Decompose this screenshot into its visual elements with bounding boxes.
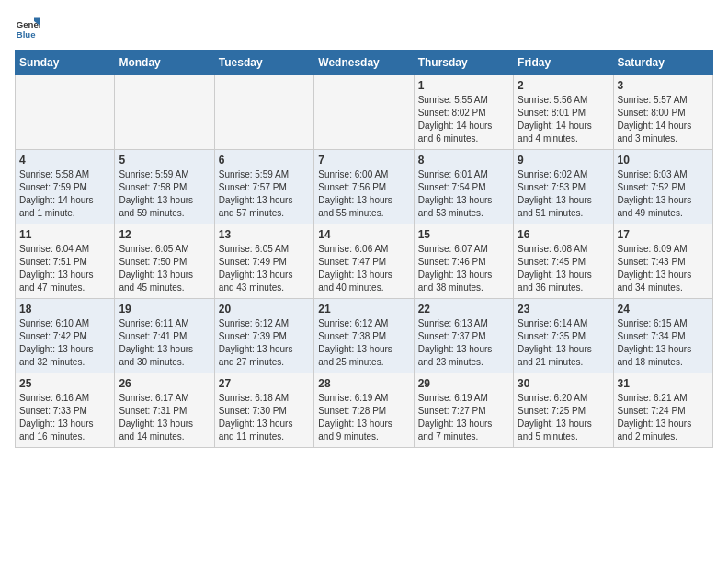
- day-number: 22: [418, 303, 509, 316]
- day-info: Sunrise: 6:04 AM Sunset: 7:51 PM Dayligh…: [19, 243, 110, 294]
- logo: General Blue: [15, 15, 40, 40]
- day-cell: 30Sunrise: 6:20 AM Sunset: 7:25 PM Dayli…: [514, 373, 613, 448]
- day-info: Sunrise: 6:15 AM Sunset: 7:34 PM Dayligh…: [618, 317, 709, 369]
- day-cell: 26Sunrise: 6:17 AM Sunset: 7:31 PM Dayli…: [115, 373, 214, 448]
- day-info: Sunrise: 6:06 AM Sunset: 7:47 PM Dayligh…: [318, 243, 409, 294]
- day-info: Sunrise: 6:10 AM Sunset: 7:42 PM Dayligh…: [19, 317, 110, 369]
- svg-text:Blue: Blue: [17, 29, 36, 40]
- day-info: Sunrise: 6:19 AM Sunset: 7:28 PM Dayligh…: [318, 392, 409, 443]
- day-info: Sunrise: 6:18 AM Sunset: 7:30 PM Dayligh…: [219, 392, 310, 443]
- day-number: 30: [518, 377, 609, 390]
- day-info: Sunrise: 6:03 AM Sunset: 7:52 PM Dayligh…: [618, 168, 709, 220]
- day-cell: 4Sunrise: 5:58 AM Sunset: 7:59 PM Daylig…: [16, 150, 115, 224]
- day-cell: 18Sunrise: 6:10 AM Sunset: 7:42 PM Dayli…: [16, 299, 115, 373]
- day-cell: 27Sunrise: 6:18 AM Sunset: 7:30 PM Dayli…: [214, 373, 313, 448]
- day-number: 15: [418, 228, 509, 241]
- day-info: Sunrise: 6:20 AM Sunset: 7:25 PM Dayligh…: [518, 392, 609, 443]
- day-cell: 24Sunrise: 6:15 AM Sunset: 7:34 PM Dayli…: [613, 299, 712, 373]
- day-number: 10: [618, 154, 709, 167]
- day-cell: 5Sunrise: 5:59 AM Sunset: 7:58 PM Daylig…: [115, 150, 214, 224]
- header: General Blue: [15, 15, 713, 40]
- day-number: 17: [618, 228, 709, 241]
- day-cell: 20Sunrise: 6:12 AM Sunset: 7:39 PM Dayli…: [214, 299, 313, 373]
- week-row-1: 4Sunrise: 5:58 AM Sunset: 7:59 PM Daylig…: [16, 150, 713, 224]
- day-cell: [314, 75, 414, 150]
- day-info: Sunrise: 6:12 AM Sunset: 7:39 PM Dayligh…: [219, 317, 310, 369]
- col-header-tuesday: Tuesday: [214, 51, 313, 75]
- day-number: 31: [618, 377, 709, 390]
- day-cell: 2Sunrise: 5:56 AM Sunset: 8:01 PM Daylig…: [514, 75, 613, 150]
- calendar-body: 1Sunrise: 5:55 AM Sunset: 8:02 PM Daylig…: [16, 75, 713, 448]
- day-info: Sunrise: 6:07 AM Sunset: 7:46 PM Dayligh…: [418, 243, 509, 294]
- day-info: Sunrise: 5:55 AM Sunset: 8:02 PM Dayligh…: [418, 94, 509, 145]
- day-number: 28: [318, 377, 409, 390]
- day-info: Sunrise: 6:05 AM Sunset: 7:50 PM Dayligh…: [119, 243, 210, 294]
- day-cell: [16, 75, 115, 150]
- day-cell: 15Sunrise: 6:07 AM Sunset: 7:46 PM Dayli…: [414, 224, 513, 299]
- day-info: Sunrise: 6:16 AM Sunset: 7:33 PM Dayligh…: [19, 392, 110, 443]
- day-number: 25: [19, 377, 110, 390]
- day-number: 23: [518, 303, 609, 316]
- day-cell: 8Sunrise: 6:01 AM Sunset: 7:54 PM Daylig…: [414, 150, 513, 224]
- day-number: 21: [318, 303, 409, 316]
- day-info: Sunrise: 5:59 AM Sunset: 7:57 PM Dayligh…: [219, 168, 310, 220]
- day-cell: 29Sunrise: 6:19 AM Sunset: 7:27 PM Dayli…: [414, 373, 513, 448]
- col-header-saturday: Saturday: [613, 51, 712, 75]
- day-cell: [214, 75, 313, 150]
- day-cell: 14Sunrise: 6:06 AM Sunset: 7:47 PM Dayli…: [314, 224, 414, 299]
- col-header-friday: Friday: [514, 51, 613, 75]
- day-number: 26: [119, 377, 210, 390]
- day-number: 12: [119, 228, 210, 241]
- day-cell: 19Sunrise: 6:11 AM Sunset: 7:41 PM Dayli…: [115, 299, 214, 373]
- day-cell: 10Sunrise: 6:03 AM Sunset: 7:52 PM Dayli…: [613, 150, 712, 224]
- week-row-2: 11Sunrise: 6:04 AM Sunset: 7:51 PM Dayli…: [16, 224, 713, 299]
- day-info: Sunrise: 6:11 AM Sunset: 7:41 PM Dayligh…: [119, 317, 210, 369]
- day-number: 29: [418, 377, 509, 390]
- calendar-header: SundayMondayTuesdayWednesdayThursdayFrid…: [16, 51, 713, 75]
- day-cell: 23Sunrise: 6:14 AM Sunset: 7:35 PM Dayli…: [514, 299, 613, 373]
- day-cell: 17Sunrise: 6:09 AM Sunset: 7:43 PM Dayli…: [613, 224, 712, 299]
- day-number: 9: [518, 154, 609, 167]
- day-info: Sunrise: 6:13 AM Sunset: 7:37 PM Dayligh…: [418, 317, 509, 369]
- day-info: Sunrise: 6:05 AM Sunset: 7:49 PM Dayligh…: [219, 243, 310, 294]
- day-number: 16: [518, 228, 609, 241]
- day-cell: 31Sunrise: 6:21 AM Sunset: 7:24 PM Dayli…: [613, 373, 712, 448]
- day-cell: 9Sunrise: 6:02 AM Sunset: 7:53 PM Daylig…: [514, 150, 613, 224]
- day-number: 3: [618, 79, 709, 92]
- day-cell: 7Sunrise: 6:00 AM Sunset: 7:56 PM Daylig…: [314, 150, 414, 224]
- day-info: Sunrise: 5:57 AM Sunset: 8:00 PM Dayligh…: [618, 94, 709, 145]
- day-info: Sunrise: 6:09 AM Sunset: 7:43 PM Dayligh…: [618, 243, 709, 294]
- day-cell: 25Sunrise: 6:16 AM Sunset: 7:33 PM Dayli…: [16, 373, 115, 448]
- day-cell: 1Sunrise: 5:55 AM Sunset: 8:02 PM Daylig…: [414, 75, 513, 150]
- day-cell: [115, 75, 214, 150]
- day-number: 18: [19, 303, 110, 316]
- day-number: 11: [19, 228, 110, 241]
- col-header-thursday: Thursday: [414, 51, 513, 75]
- day-number: 2: [518, 79, 609, 92]
- logo-icon: General Blue: [15, 15, 40, 40]
- header-row: SundayMondayTuesdayWednesdayThursdayFrid…: [16, 51, 713, 75]
- day-number: 7: [318, 154, 409, 167]
- week-row-0: 1Sunrise: 5:55 AM Sunset: 8:02 PM Daylig…: [16, 75, 713, 150]
- col-header-wednesday: Wednesday: [314, 51, 414, 75]
- day-number: 19: [119, 303, 210, 316]
- day-cell: 13Sunrise: 6:05 AM Sunset: 7:49 PM Dayli…: [214, 224, 313, 299]
- day-info: Sunrise: 5:58 AM Sunset: 7:59 PM Dayligh…: [19, 168, 110, 220]
- day-info: Sunrise: 6:08 AM Sunset: 7:45 PM Dayligh…: [518, 243, 609, 294]
- day-info: Sunrise: 6:12 AM Sunset: 7:38 PM Dayligh…: [318, 317, 409, 369]
- day-cell: 21Sunrise: 6:12 AM Sunset: 7:38 PM Dayli…: [314, 299, 414, 373]
- day-info: Sunrise: 6:21 AM Sunset: 7:24 PM Dayligh…: [618, 392, 709, 443]
- day-info: Sunrise: 5:56 AM Sunset: 8:01 PM Dayligh…: [518, 94, 609, 145]
- week-row-4: 25Sunrise: 6:16 AM Sunset: 7:33 PM Dayli…: [16, 373, 713, 448]
- day-number: 13: [219, 228, 310, 241]
- day-number: 6: [219, 154, 310, 167]
- day-info: Sunrise: 5:59 AM Sunset: 7:58 PM Dayligh…: [119, 168, 210, 220]
- day-number: 8: [418, 154, 509, 167]
- day-number: 27: [219, 377, 310, 390]
- day-info: Sunrise: 6:14 AM Sunset: 7:35 PM Dayligh…: [518, 317, 609, 369]
- day-cell: 11Sunrise: 6:04 AM Sunset: 7:51 PM Dayli…: [16, 224, 115, 299]
- day-cell: 16Sunrise: 6:08 AM Sunset: 7:45 PM Dayli…: [514, 224, 613, 299]
- day-info: Sunrise: 6:19 AM Sunset: 7:27 PM Dayligh…: [418, 392, 509, 443]
- day-cell: 28Sunrise: 6:19 AM Sunset: 7:28 PM Dayli…: [314, 373, 414, 448]
- day-number: 20: [219, 303, 310, 316]
